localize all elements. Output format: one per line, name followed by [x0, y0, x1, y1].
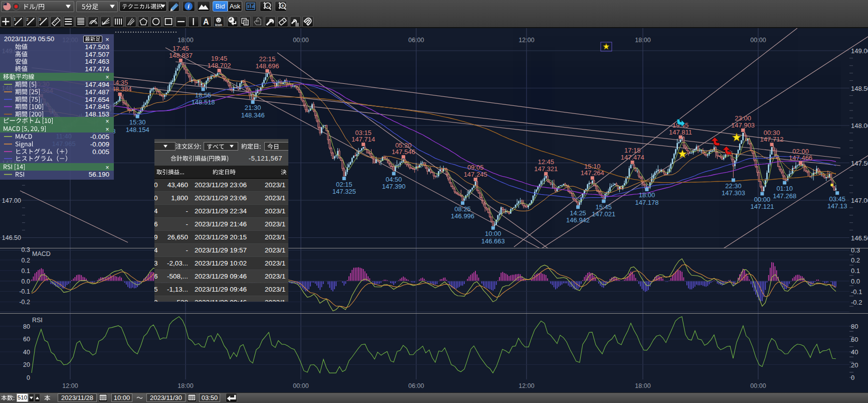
- svg-text:3: 3: [39, 17, 41, 22]
- svg-text:+: +: [281, 3, 284, 9]
- svg-text:2: 2: [26, 17, 29, 22]
- svg-text:A: A: [203, 18, 209, 26]
- svg-text:icon: icon: [215, 23, 222, 27]
- svg-text:-: -: [267, 3, 268, 9]
- svg-text:1: 1: [14, 17, 16, 22]
